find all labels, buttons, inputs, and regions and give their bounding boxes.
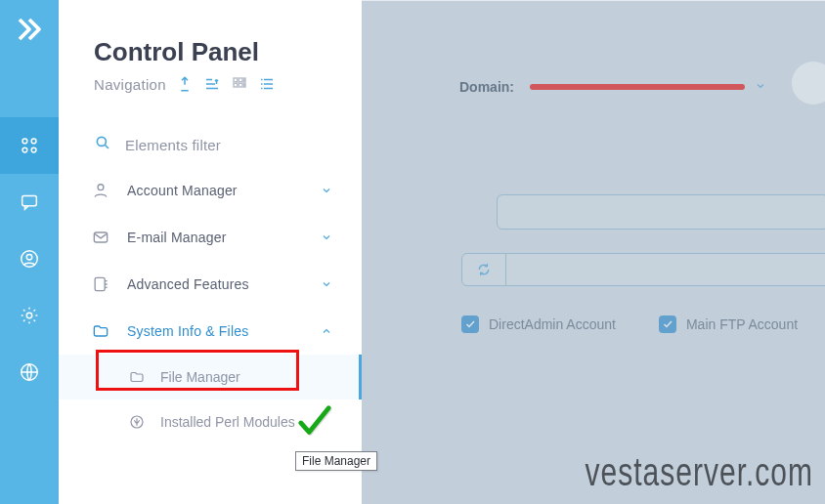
subnav-item-installed-perl-modules[interactable]: Installed Perl Modules <box>59 399 362 444</box>
nav-item-system-info-files[interactable]: System Info & Files <box>59 308 362 355</box>
app-rail <box>0 0 59 504</box>
svg-rect-11 <box>243 78 245 82</box>
user-icon <box>90 180 111 201</box>
mail-icon <box>90 227 111 248</box>
globe-icon <box>19 361 40 383</box>
user-circle-icon <box>19 248 40 270</box>
watermark: vestaserver.com <box>586 449 813 494</box>
svg-point-0 <box>22 139 27 144</box>
svg-rect-13 <box>239 83 242 87</box>
svg-rect-9 <box>234 78 238 82</box>
rail-item-dashboard[interactable] <box>0 117 59 174</box>
pin-icon[interactable] <box>176 75 194 93</box>
chevrons-logo-icon <box>15 15 44 44</box>
sidebar-title: Control Panel <box>59 37 362 67</box>
nav-item-account-manager[interactable]: Account Manager <box>59 167 362 214</box>
svg-rect-14 <box>243 83 245 87</box>
svg-point-2 <box>22 147 27 152</box>
chevron-up-icon <box>311 325 342 337</box>
svg-point-15 <box>97 137 106 146</box>
app-rail-items <box>0 117 59 400</box>
content-overlay <box>362 1 825 504</box>
sidebar-subtitle-row: Navigation <box>59 67 362 93</box>
subnav-label: File Manager <box>160 369 240 385</box>
app-logo[interactable] <box>0 0 59 59</box>
rail-item-account[interactable] <box>0 231 59 287</box>
sort-list-icon[interactable] <box>203 75 221 93</box>
svg-rect-18 <box>95 277 105 290</box>
module-icon <box>127 412 147 432</box>
features-icon <box>90 273 111 295</box>
nav-item-email-manager[interactable]: E-mail Manager <box>59 214 362 261</box>
grid-icon <box>19 135 40 156</box>
svg-rect-12 <box>234 83 238 87</box>
svg-point-7 <box>26 313 32 318</box>
chevron-down-icon <box>311 278 342 290</box>
nav-label: Advanced Features <box>127 276 311 292</box>
folder-icon <box>127 367 147 387</box>
filter-row[interactable]: Elements filter <box>59 93 362 167</box>
svg-rect-10 <box>239 78 242 82</box>
folder-icon <box>90 320 111 342</box>
svg-rect-17 <box>94 232 107 242</box>
svg-point-3 <box>31 147 36 152</box>
chevron-down-icon <box>311 185 342 196</box>
sidebar: Control Panel Navigation E <box>59 0 362 504</box>
svg-point-1 <box>31 139 36 144</box>
filter-placeholder: Elements filter <box>125 137 221 153</box>
rail-item-messages[interactable] <box>0 174 59 231</box>
rail-item-web[interactable] <box>0 344 59 400</box>
subnav-label: Installed Perl Modules <box>160 414 295 430</box>
tooltip: File Manager <box>295 451 377 471</box>
gear-icon <box>19 305 40 326</box>
rail-item-settings[interactable] <box>0 287 59 344</box>
list-view-icon[interactable] <box>258 75 276 93</box>
chat-icon <box>19 191 40 213</box>
nav-label: System Info & Files <box>127 323 311 339</box>
nav-label: E-mail Manager <box>127 230 311 245</box>
main-area: Domain: DirectAdmin Account Main FTP Acc… <box>362 0 825 504</box>
grid-view-icon[interactable] <box>231 75 248 93</box>
nav-item-advanced-features[interactable]: Advanced Features <box>59 261 362 308</box>
nav-label: Account Manager <box>127 183 311 198</box>
search-icon <box>94 134 111 155</box>
subnav-item-file-manager[interactable]: File Manager <box>59 355 362 399</box>
svg-point-16 <box>98 185 104 190</box>
svg-point-6 <box>26 254 32 260</box>
sidebar-subtitle: Navigation <box>94 76 166 93</box>
svg-rect-4 <box>22 196 37 206</box>
chevron-down-icon <box>311 231 342 243</box>
